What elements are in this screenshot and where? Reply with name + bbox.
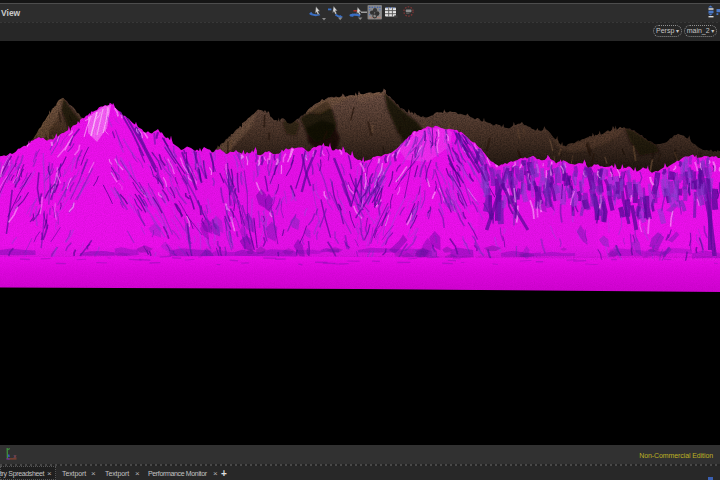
svg-text:x: x [14, 453, 17, 459]
